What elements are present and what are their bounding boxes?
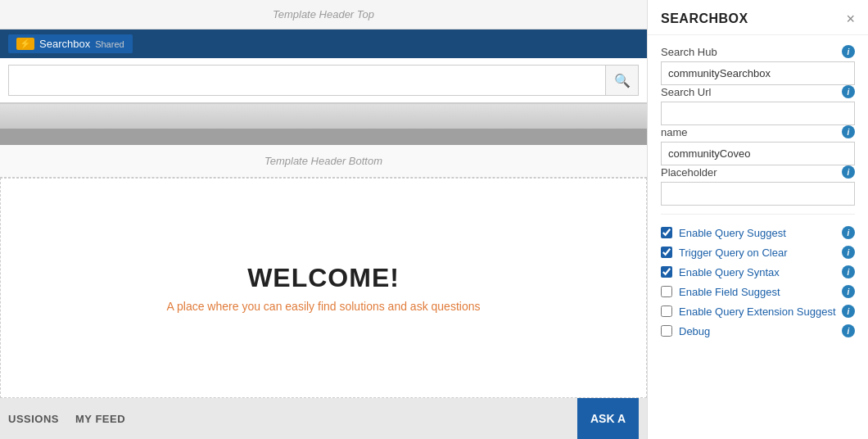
info-icon-enable-query-extension-suggest[interactable]: i [842, 305, 855, 318]
welcome-subtitle: A place where you can easily find soluti… [167, 300, 481, 313]
searchbox-bar: ⚡ Searchbox Shared [0, 29, 647, 58]
search-input-area: 🔍 [0, 58, 647, 104]
checkbox-left-enable-query-extension-suggest: Enable Query Extension Suggest [661, 305, 836, 318]
checkbox-left-enable-query-suggest: Enable Query Suggest [661, 227, 786, 239]
field-group-name: namei [661, 125, 855, 165]
checkbox-row-enable-query-extension-suggest: Enable Query Extension Suggesti [661, 305, 855, 318]
checkbox-row-enable-query-syntax: Enable Query Syntaxi [661, 265, 855, 278]
bottom-tab-ussions[interactable]: USSIONS [8, 413, 59, 425]
info-icon-enable-query-suggest[interactable]: i [842, 226, 855, 239]
info-icon-search-hub[interactable]: i [842, 45, 855, 58]
info-icon-enable-field-suggest[interactable]: i [842, 285, 855, 298]
panel-content: Search HubiSearch UrlinameiPlaceholderi … [648, 35, 868, 347]
lightning-icon: ⚡ [16, 38, 34, 50]
search-input[interactable] [8, 65, 606, 96]
label-placeholder: Placeholder [661, 166, 717, 179]
ask-button[interactable]: ASK A [577, 398, 639, 439]
bottom-tab-myfeed[interactable]: MY FEED [75, 413, 125, 425]
divider [661, 214, 855, 215]
label-row-name: namei [661, 125, 855, 138]
checkbox-left-debug: Debug [661, 325, 710, 337]
checkboxes-container: Enable Query SuggestiTrigger Query on Cl… [661, 226, 855, 337]
checkbox-row-trigger-query-on-clear: Trigger Query on Cleari [661, 246, 855, 259]
info-icon-debug[interactable]: i [842, 324, 855, 337]
field-group-placeholder: Placeholderi [661, 165, 855, 206]
input-search-hub[interactable] [661, 61, 855, 85]
info-icon-enable-query-syntax[interactable]: i [842, 265, 855, 278]
checkbox-left-enable-query-syntax: Enable Query Syntax [661, 266, 780, 278]
input-placeholder[interactable] [661, 182, 855, 206]
bottom-bar: USSIONS MY FEED ASK A [0, 398, 647, 439]
checkbox-input-debug[interactable] [661, 325, 672, 337]
checkbox-input-enable-query-suggest[interactable] [661, 227, 672, 238]
fields-container: Search HubiSearch UrlinameiPlaceholderi [661, 45, 855, 206]
welcome-section: WELCOME! A place where you can easily fi… [0, 178, 647, 398]
label-name: name [661, 126, 688, 138]
checkbox-label-enable-field-suggest[interactable]: Enable Field Suggest [679, 286, 780, 298]
checkbox-input-enable-query-syntax[interactable] [661, 266, 672, 278]
checkbox-label-enable-query-suggest[interactable]: Enable Query Suggest [679, 227, 786, 239]
dark-stripe [0, 129, 647, 145]
info-icon-placeholder[interactable]: i [842, 165, 855, 179]
info-icon-name[interactable]: i [842, 125, 855, 138]
checkbox-input-enable-field-suggest[interactable] [661, 286, 672, 297]
checkbox-left-enable-field-suggest: Enable Field Suggest [661, 286, 780, 298]
field-group-search-url: Search Urli [661, 85, 855, 125]
searchbox-tab[interactable]: ⚡ Searchbox Shared [8, 34, 133, 53]
template-header-top: Template Header Top [0, 0, 647, 29]
label-row-placeholder: Placeholderi [661, 165, 855, 179]
shared-label: Shared [95, 39, 124, 49]
close-button[interactable]: × [846, 11, 855, 26]
input-name[interactable] [661, 142, 855, 165]
main-area: Template Header Top ⚡ Searchbox Shared 🔍… [0, 0, 647, 439]
welcome-title: WELCOME! [247, 263, 400, 293]
panel-header: SEARCHBOX × [648, 0, 868, 35]
input-search-url[interactable] [661, 102, 855, 125]
info-icon-trigger-query-on-clear[interactable]: i [842, 246, 855, 259]
label-search-hub: Search Hub [661, 46, 717, 58]
checkbox-label-enable-query-extension-suggest[interactable]: Enable Query Extension Suggest [679, 305, 836, 318]
label-search-url: Search Url [661, 86, 711, 98]
search-button[interactable]: 🔍 [606, 65, 639, 96]
search-icon: 🔍 [614, 73, 631, 88]
panel-title: SEARCHBOX [661, 11, 748, 26]
checkbox-label-trigger-query-on-clear[interactable]: Trigger Query on Clear [679, 247, 787, 259]
checkbox-label-debug[interactable]: Debug [679, 325, 710, 337]
checkbox-input-trigger-query-on-clear[interactable] [661, 247, 672, 258]
checkbox-row-enable-query-suggest: Enable Query Suggesti [661, 226, 855, 239]
searchbox-tab-label: Searchbox [39, 38, 90, 50]
field-group-search-hub: Search Hubi [661, 45, 855, 85]
checkbox-label-enable-query-syntax[interactable]: Enable Query Syntax [679, 266, 780, 278]
right-panel: SEARCHBOX × Search HubiSearch UrlinameiP… [647, 0, 868, 439]
checkbox-left-trigger-query-on-clear: Trigger Query on Clear [661, 247, 787, 259]
info-icon-search-url[interactable]: i [842, 85, 855, 98]
template-header-bottom: Template Header Bottom [0, 145, 647, 178]
checkbox-row-debug: Debugi [661, 324, 855, 337]
checkbox-input-enable-query-extension-suggest[interactable] [661, 305, 672, 317]
label-row-search-hub: Search Hubi [661, 45, 855, 58]
gray-stripe-1 [0, 104, 647, 129]
checkbox-row-enable-field-suggest: Enable Field Suggesti [661, 285, 855, 298]
label-row-search-url: Search Urli [661, 85, 855, 98]
